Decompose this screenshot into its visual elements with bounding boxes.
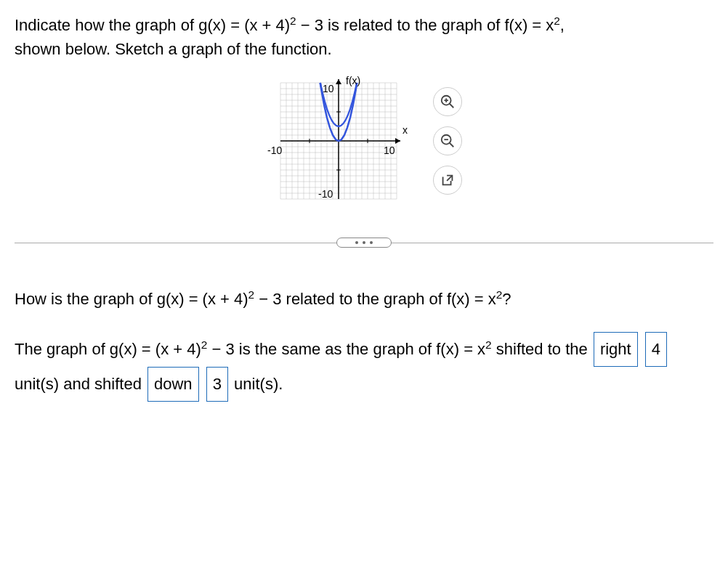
- answer-text-5: unit(s).: [234, 375, 283, 393]
- exponent: 2: [248, 288, 255, 301]
- exponent: 2: [554, 15, 560, 27]
- popout-button[interactable]: [433, 166, 462, 195]
- x-axis-label: x: [403, 124, 408, 136]
- expand-button[interactable]: [336, 238, 392, 248]
- zoom-out-icon: [440, 133, 456, 149]
- svg-line-49: [450, 104, 454, 108]
- xmax-label: 10: [384, 145, 395, 156]
- graph-row: f(x) x -10 10 10 -10: [15, 76, 713, 206]
- divider: [15, 235, 713, 250]
- question-text-1: Indicate how the graph of g(x) = (x + 4): [15, 16, 290, 34]
- xmin-label: -10: [267, 145, 282, 156]
- subq-text-1: How is the graph of g(x) = (x + 4): [15, 290, 248, 308]
- popout-icon: [440, 172, 456, 188]
- function-graph[interactable]: f(x) x -10 10 10 -10: [266, 76, 411, 206]
- answer-text-2: − 3 is the same as the graph of f(x) = x: [207, 340, 485, 358]
- answer-text-1: The graph of g(x) = (x + 4): [15, 340, 201, 358]
- zoom-out-button[interactable]: [433, 126, 462, 155]
- ymin-label: -10: [318, 188, 333, 200]
- subq-text-2: − 3 related to the graph of f(x) = x: [254, 290, 496, 308]
- question-line2: shown below. Sketch a graph of the funct…: [15, 40, 332, 58]
- svg-marker-41: [395, 138, 400, 144]
- ymax-label: 10: [323, 83, 334, 94]
- zoom-in-button[interactable]: [433, 87, 462, 116]
- svg-line-55: [447, 176, 452, 181]
- horizontal-units-input[interactable]: 4: [645, 332, 667, 367]
- svg-marker-43: [336, 79, 341, 84]
- question-text-3: ,: [560, 16, 565, 34]
- exponent: 2: [290, 15, 296, 27]
- subq-text-3: ?: [502, 290, 511, 308]
- graph-area: f(x) x -10 10 10 -10: [266, 76, 411, 206]
- exponent: 2: [485, 338, 492, 351]
- graph-tools: [433, 87, 462, 195]
- main-question: Indicate how the graph of g(x) = (x + 4)…: [15, 13, 713, 61]
- y-axis-label: f(x): [346, 76, 360, 86]
- answer-text-3: shifted to the: [492, 340, 588, 358]
- vertical-direction-input[interactable]: down: [147, 367, 199, 402]
- horizontal-direction-input[interactable]: right: [594, 332, 638, 367]
- question-text-2: − 3 is related to the graph of f(x) = x: [296, 16, 554, 34]
- answer-line: The graph of g(x) = (x + 4)2 − 3 is the …: [15, 332, 713, 402]
- svg-line-53: [450, 143, 454, 147]
- vertical-units-input[interactable]: 3: [206, 367, 228, 402]
- sub-question: How is the graph of g(x) = (x + 4)2 − 3 …: [15, 286, 713, 312]
- zoom-in-icon: [440, 94, 456, 110]
- answer-text-4: unit(s) and shifted: [15, 375, 142, 393]
